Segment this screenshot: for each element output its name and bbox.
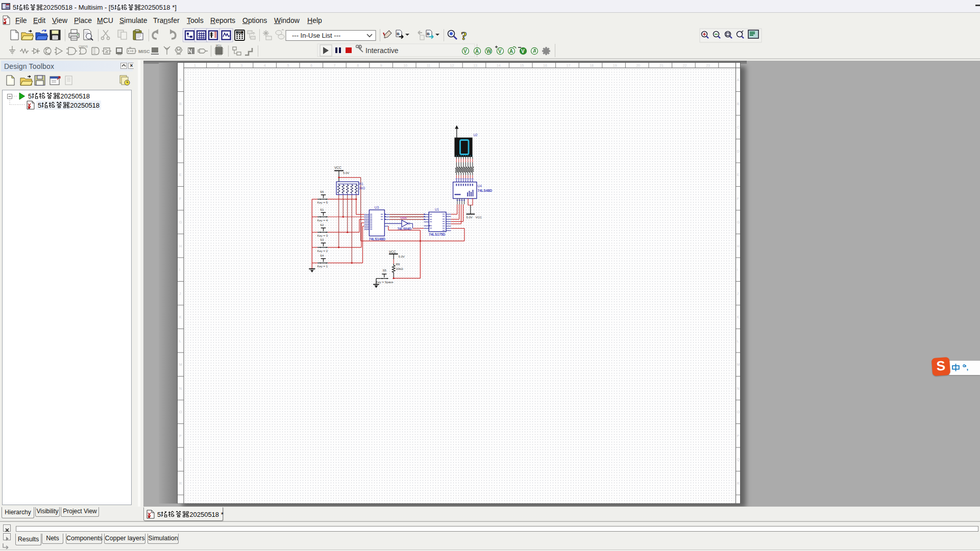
svg-text:W: W: [486, 48, 492, 54]
svg-text:K: K: [179, 315, 182, 319]
svg-text:E: E: [179, 173, 182, 177]
svg-text:U1: U1: [435, 208, 439, 211]
svg-text:12: 12: [450, 64, 454, 67]
svg-text:Interactive: Interactive: [365, 46, 399, 55]
svg-text:J: J: [737, 292, 739, 295]
svg-text:L: L: [179, 339, 181, 343]
svg-text:18: 18: [590, 64, 594, 67]
svg-text:3: 3: [240, 64, 242, 67]
svg-text:--- In-Use List ---: --- In-Use List ---: [292, 32, 340, 39]
svg-text:8: 8: [357, 64, 359, 67]
svg-text:21: 21: [659, 64, 664, 67]
svg-text:VCC: VCC: [476, 216, 482, 219]
svg-text:I: I: [179, 268, 180, 271]
svg-text:N: N: [179, 387, 182, 390]
svg-text:B: B: [397, 32, 400, 36]
svg-text:CMOS: CMOS: [79, 45, 88, 48]
svg-text:V: V: [521, 48, 525, 54]
svg-text:E: E: [737, 173, 740, 177]
svg-text:Q: Q: [737, 458, 740, 462]
svg-text:R1: R1: [359, 182, 364, 186]
svg-text:R9: R9: [396, 263, 400, 266]
svg-text:6: 6: [310, 64, 312, 67]
svg-text:S2: S2: [320, 223, 324, 227]
svg-text:VCC: VCC: [389, 250, 396, 254]
svg-text:U2: U2: [473, 133, 478, 137]
svg-text:I: I: [737, 268, 738, 271]
svg-text:J: J: [179, 292, 181, 295]
svg-text:23: 23: [706, 64, 710, 67]
svg-text:H: H: [179, 244, 182, 248]
svg-text:4: 4: [264, 64, 266, 67]
svg-text:20: 20: [636, 64, 640, 67]
svg-text:Key = 4: Key = 4: [317, 219, 328, 222]
svg-text:L: L: [737, 339, 739, 343]
svg-text:S6: S6: [320, 190, 324, 193]
svg-text:M: M: [737, 363, 740, 366]
svg-text:Key = 5: Key = 5: [317, 201, 328, 204]
svg-text:F: F: [737, 197, 739, 201]
svg-text:Key = 3: Key = 3: [317, 234, 328, 237]
svg-text:Key = 1: Key = 1: [317, 265, 328, 268]
svg-text:H: H: [737, 244, 740, 248]
svg-text:S3: S3: [320, 238, 324, 241]
svg-text:D: D: [179, 149, 182, 153]
svg-text:O: O: [179, 410, 182, 414]
svg-text:V: V: [498, 48, 502, 54]
svg-text:74LS04D: 74LS04D: [398, 227, 412, 231]
svg-text:74LS48D: 74LS48D: [478, 189, 493, 192]
svg-text:O: O: [737, 410, 740, 414]
svg-text:5.0V: 5.0V: [343, 171, 349, 174]
svg-text:11: 11: [427, 64, 430, 67]
svg-text:74LS175D: 74LS175D: [429, 233, 446, 236]
svg-text:5.0V: 5.0V: [467, 216, 473, 219]
svg-text:G: G: [179, 220, 182, 224]
svg-text:123: 123: [237, 31, 241, 34]
svg-text:Key = 2: Key = 2: [317, 249, 328, 253]
svg-text:10: 10: [403, 64, 407, 67]
svg-text:7: 7: [334, 64, 336, 67]
svg-text:F: F: [179, 197, 181, 201]
svg-text:U5A: U5A: [401, 216, 407, 219]
svg-text:C: C: [179, 126, 182, 129]
svg-text:2: 2: [217, 64, 219, 67]
svg-text:S4: S4: [320, 254, 324, 257]
svg-text:’,: ’,: [965, 364, 968, 371]
svg-text:U4: U4: [478, 184, 482, 188]
svg-text:22: 22: [683, 64, 687, 67]
svg-text:MISC: MISC: [138, 49, 150, 54]
svg-text:A: A: [737, 78, 740, 82]
svg-text:K: K: [737, 315, 740, 319]
svg-text:S1: S1: [320, 208, 324, 211]
svg-text:?: ?: [461, 29, 467, 42]
svg-text:MCU: MCU: [216, 44, 221, 47]
svg-text:R: R: [179, 482, 182, 485]
svg-text:B: B: [737, 102, 740, 106]
svg-text:C: C: [737, 126, 740, 129]
svg-text:A: A: [475, 48, 479, 54]
svg-text:74LS148D: 74LS148D: [369, 237, 386, 241]
svg-text:A: A: [509, 48, 513, 54]
svg-text:B: B: [427, 32, 430, 36]
svg-text:16: 16: [543, 64, 547, 67]
svg-text:1: 1: [194, 64, 196, 67]
svg-text:B: B: [179, 102, 182, 106]
svg-text:M: M: [179, 363, 182, 366]
svg-text:13: 13: [473, 64, 477, 67]
svg-text:14: 14: [497, 64, 501, 67]
svg-text:5.0V: 5.0V: [399, 255, 405, 258]
svg-text:V: V: [463, 48, 467, 54]
svg-text:1kΩ: 1kΩ: [359, 186, 365, 190]
svg-text:R: R: [737, 482, 740, 485]
svg-text:Q: Q: [179, 458, 182, 462]
svg-text:10kΩ: 10kΩ: [396, 267, 404, 270]
svg-text:S5: S5: [383, 269, 387, 272]
svg-text:A: A: [179, 78, 182, 82]
svg-text:Key = Space: Key = Space: [376, 281, 394, 284]
svg-text:G: G: [737, 220, 740, 224]
svg-text:P: P: [737, 434, 740, 438]
svg-text:VCC: VCC: [334, 166, 341, 169]
svg-text:D: D: [737, 149, 740, 153]
svg-text:U3: U3: [375, 206, 379, 209]
svg-text:15: 15: [520, 64, 524, 67]
